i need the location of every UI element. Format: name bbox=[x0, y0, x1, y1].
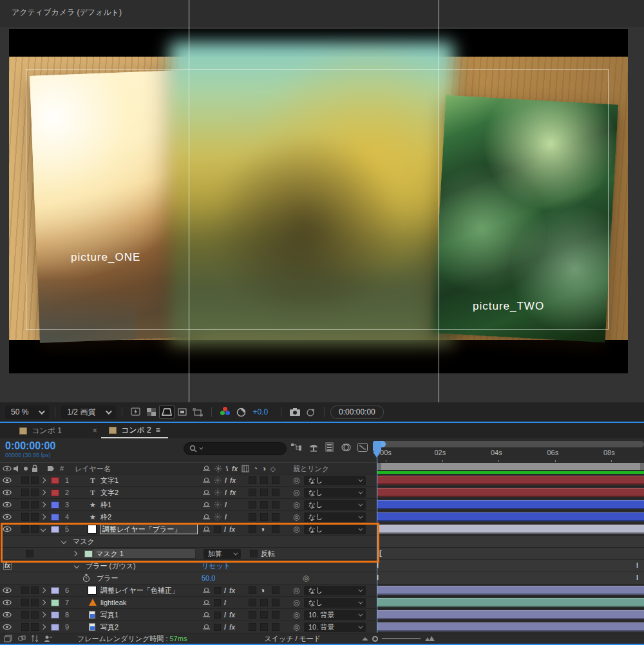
label-color-chip[interactable] bbox=[51, 587, 59, 594]
eye-icon[interactable] bbox=[3, 487, 12, 498]
property-group-name[interactable]: マスク bbox=[73, 536, 95, 547]
switch-checkbox[interactable] bbox=[260, 476, 268, 484]
empty-switch-box[interactable] bbox=[214, 587, 221, 594]
chevron-down-icon[interactable] bbox=[61, 539, 66, 544]
shy-switch-icon[interactable] bbox=[202, 514, 211, 521]
current-time-display[interactable]: 0:00:00:00 bbox=[5, 440, 55, 452]
frame-blend-column-icon[interactable] bbox=[242, 465, 249, 472]
shy-switch-icon[interactable] bbox=[202, 501, 211, 509]
layer-name[interactable]: 調整レイヤー「色補正」 bbox=[100, 584, 179, 596]
channel-color-icon[interactable] bbox=[218, 405, 233, 419]
show-snapshot-icon[interactable] bbox=[303, 405, 318, 419]
mask-mode-dropdown[interactable]: 加算 bbox=[204, 549, 241, 559]
chevron-right-icon[interactable] bbox=[41, 612, 46, 617]
mini-flowchart-icon[interactable] bbox=[291, 443, 302, 452]
parent-pickwhip-icon[interactable]: ◎ bbox=[293, 597, 299, 608]
parent-dropdown[interactable]: なし bbox=[304, 525, 366, 534]
timeline-track[interactable] bbox=[377, 597, 644, 608]
active-camera-label[interactable]: アクティブカメラ (デフォルト) bbox=[12, 7, 122, 18]
chevron-right-icon[interactable] bbox=[41, 600, 46, 605]
magnification-dropdown[interactable]: 50 % bbox=[5, 406, 49, 419]
empty-switch-box[interactable] bbox=[214, 526, 221, 533]
shy-switch-icon[interactable] bbox=[202, 477, 211, 484]
quality-switch-icon[interactable]: / bbox=[225, 489, 227, 496]
parent-dropdown[interactable]: なし bbox=[304, 500, 366, 510]
parent-dropdown[interactable]: 10. 背景 bbox=[304, 610, 366, 620]
chevron-right-icon[interactable] bbox=[41, 624, 46, 630]
chevron-right-icon[interactable] bbox=[41, 490, 46, 495]
layer-duration-bar[interactable] bbox=[377, 586, 644, 595]
layer-duration-bar[interactable] bbox=[377, 610, 644, 619]
timeline-zoom-slider[interactable] bbox=[362, 635, 436, 642]
label-color-chip[interactable] bbox=[51, 612, 59, 619]
region-of-interest-icon[interactable] bbox=[175, 405, 190, 419]
adjustment-layer-icon[interactable]: ◑ bbox=[260, 523, 265, 535]
eye-icon[interactable] bbox=[3, 474, 12, 486]
quality-switch-icon[interactable]: / bbox=[224, 611, 226, 619]
audio-checkbox[interactable] bbox=[21, 586, 29, 594]
label-color-chip[interactable] bbox=[51, 501, 59, 509]
quality-switch-icon[interactable]: / bbox=[224, 599, 226, 606]
label-color-chip[interactable] bbox=[51, 514, 59, 521]
parent-pickwhip-icon[interactable]: ◎ bbox=[293, 621, 299, 633]
timeline-track[interactable] bbox=[377, 609, 644, 621]
fx-switch-icon[interactable]: fx bbox=[229, 612, 235, 619]
fx-column-icon[interactable]: fx bbox=[232, 465, 238, 472]
layer-duration-bar[interactable] bbox=[377, 598, 644, 607]
zoom-in-icon[interactable] bbox=[424, 635, 436, 642]
layer-duration-bar[interactable] bbox=[377, 525, 644, 534]
shy-switch-icon[interactable] bbox=[202, 624, 211, 631]
chevron-right-icon[interactable] bbox=[41, 502, 46, 507]
layer-name-column-label[interactable]: レイヤー名 bbox=[75, 463, 111, 474]
eye-icon[interactable] bbox=[3, 523, 12, 535]
label-color-chip[interactable] bbox=[51, 477, 59, 484]
composition-canvas[interactable]: picture_ONE picture_TWO bbox=[9, 29, 628, 373]
collapse-switch-icon[interactable] bbox=[214, 513, 222, 521]
search-input[interactable] bbox=[184, 442, 287, 455]
parent-pickwhip-icon[interactable]: ◎ bbox=[293, 487, 299, 498]
panel-menu-icon[interactable]: ≡ bbox=[156, 425, 160, 435]
work-area-bar[interactable] bbox=[377, 463, 644, 470]
layer-name-edit-field[interactable]: 調整レイヤー「ブラー」 bbox=[100, 524, 198, 534]
invert-checkbox[interactable] bbox=[250, 550, 258, 557]
shy-switch-icon[interactable] bbox=[202, 587, 211, 594]
zoom-out-icon[interactable] bbox=[362, 637, 368, 640]
chevron-right-icon[interactable] bbox=[41, 514, 46, 519]
timeline-track[interactable] bbox=[377, 487, 644, 498]
quality-switch-icon[interactable]: / bbox=[224, 586, 226, 594]
switch-checkbox[interactable] bbox=[260, 513, 268, 521]
parent-dropdown[interactable]: なし bbox=[304, 598, 366, 608]
switch-checkbox[interactable] bbox=[260, 489, 268, 496]
timeline-track[interactable] bbox=[377, 584, 644, 596]
layer-name[interactable]: 枠1 bbox=[100, 499, 111, 510]
empty-switch-box[interactable] bbox=[214, 624, 221, 631]
layer-name[interactable]: lightleak bbox=[100, 597, 126, 608]
timeline-track[interactable] bbox=[377, 536, 644, 547]
audio-checkbox[interactable] bbox=[21, 623, 29, 631]
quality-switch-icon[interactable]: / bbox=[225, 501, 227, 509]
chevron-right-icon[interactable] bbox=[72, 551, 77, 556]
tab-comp-2[interactable]: コンポ 2 ≡ bbox=[101, 423, 168, 438]
switch-checkbox[interactable] bbox=[272, 586, 279, 594]
fast-previews-icon[interactable] bbox=[128, 405, 144, 419]
lock-checkbox[interactable] bbox=[31, 501, 39, 509]
chevron-right-icon[interactable] bbox=[41, 478, 46, 483]
switch-checkbox[interactable] bbox=[272, 525, 279, 533]
parent-pickwhip-icon[interactable]: ◎ bbox=[293, 474, 299, 486]
shy-switch-icon[interactable] bbox=[202, 612, 211, 619]
switch-checkbox[interactable] bbox=[260, 623, 268, 631]
switch-checkbox[interactable] bbox=[272, 489, 279, 496]
label-color-chip[interactable] bbox=[51, 599, 59, 606]
mask-visibility-icon[interactable] bbox=[159, 405, 175, 419]
transfer-controls-icon[interactable] bbox=[17, 635, 26, 642]
parent-dropdown[interactable]: 10. 背景 bbox=[304, 622, 366, 632]
timeline-track[interactable]: [ bbox=[377, 548, 644, 559]
collapse-switch-icon[interactable] bbox=[214, 489, 222, 496]
switch-checkbox[interactable] bbox=[272, 476, 279, 484]
switch-checkbox[interactable] bbox=[249, 525, 256, 533]
audio-column-icon[interactable] bbox=[13, 463, 21, 474]
parent-dropdown[interactable]: なし bbox=[304, 488, 366, 498]
eye-icon[interactable] bbox=[3, 499, 12, 510]
viewer-timecode[interactable]: 0:00:00:00 bbox=[330, 406, 384, 419]
switch-checkbox[interactable] bbox=[272, 611, 279, 619]
